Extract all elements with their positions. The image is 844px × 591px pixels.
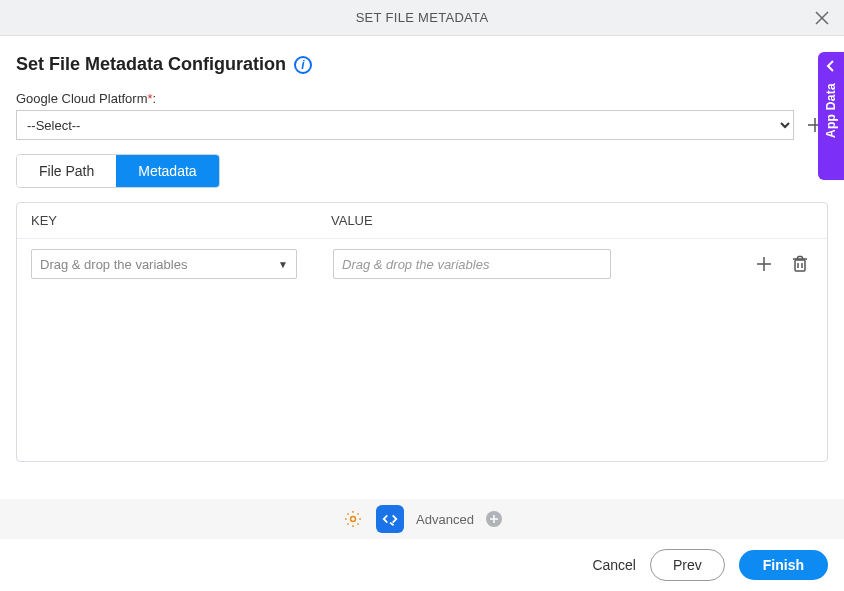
metadata-panel: KEY VALUE Drag & drop the variables ▼ <box>16 202 828 462</box>
chevron-down-icon: ▼ <box>278 259 288 270</box>
advanced-add-button[interactable] <box>486 511 502 527</box>
svg-line-10 <box>797 257 798 260</box>
column-header-value: VALUE <box>331 213 813 228</box>
column-header-key: KEY <box>31 213 331 228</box>
content-area: Set File Metadata Configuration i Google… <box>0 36 844 462</box>
key-placeholder: Drag & drop the variables <box>40 257 187 272</box>
bottom-toolbar: Advanced <box>0 499 844 539</box>
svg-rect-6 <box>795 260 805 271</box>
cancel-button[interactable]: Cancel <box>592 557 636 573</box>
gcp-label-text: Google Cloud Platform <box>16 91 148 106</box>
tab-metadata[interactable]: Metadata <box>116 155 218 187</box>
svg-point-13 <box>351 517 356 522</box>
svg-line-11 <box>802 257 803 260</box>
gcp-label-colon: : <box>153 91 157 106</box>
delete-row-button[interactable] <box>787 251 813 277</box>
dialog-title: SET FILE METADATA <box>356 10 489 25</box>
gcp-select-row: --Select-- <box>16 110 828 140</box>
code-icon[interactable] <box>376 505 404 533</box>
side-tab-label: App Data <box>824 83 838 138</box>
page-title: Set File Metadata Configuration <box>16 54 286 75</box>
row-actions <box>751 251 813 277</box>
page-title-row: Set File Metadata Configuration i <box>16 54 828 75</box>
info-icon[interactable]: i <box>294 56 312 74</box>
finish-button[interactable]: Finish <box>739 550 828 580</box>
metadata-row: Drag & drop the variables ▼ <box>17 239 827 289</box>
key-variable-select[interactable]: Drag & drop the variables ▼ <box>31 249 297 279</box>
panel-header: KEY VALUE <box>17 203 827 239</box>
tab-file-path[interactable]: File Path <box>17 155 116 187</box>
close-icon[interactable] <box>810 6 834 30</box>
title-bar: SET FILE METADATA <box>0 0 844 36</box>
value-variable-input[interactable] <box>333 249 611 279</box>
app-data-side-tab[interactable]: App Data <box>818 52 844 180</box>
tabs: File Path Metadata <box>16 154 220 188</box>
chevron-left-icon <box>826 60 836 75</box>
advanced-label: Advanced <box>416 512 474 527</box>
gcp-select[interactable]: --Select-- <box>16 110 794 140</box>
footer-actions: Cancel Prev Finish <box>592 549 828 581</box>
gear-icon[interactable] <box>342 508 364 530</box>
prev-button[interactable]: Prev <box>650 549 725 581</box>
gcp-field-label: Google Cloud Platform*: <box>16 91 828 106</box>
add-row-button[interactable] <box>751 251 777 277</box>
